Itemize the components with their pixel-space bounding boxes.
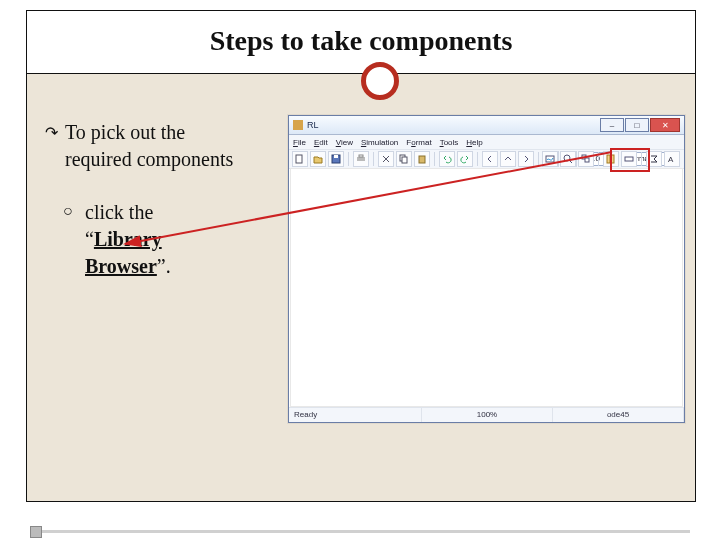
sub-library: Library [94, 228, 162, 250]
accent-ring-icon [361, 62, 399, 100]
menu-format[interactable]: Format [406, 138, 431, 147]
status-solver: ode45 [553, 408, 684, 422]
bullet-level2: ○ click the “Library Browser”. [45, 199, 265, 280]
menu-help[interactable]: Help [466, 138, 482, 147]
toolbar-paste-icon[interactable] [414, 151, 430, 167]
app-icon [293, 120, 303, 130]
bottom-scrubber [0, 522, 720, 540]
svg-rect-4 [359, 155, 363, 157]
canvas-area[interactable] [290, 168, 683, 407]
toolbar-scope-icon[interactable] [542, 151, 558, 167]
toolbar-save-icon[interactable] [328, 151, 344, 167]
circle-bullet-icon: ○ [63, 200, 73, 222]
toolbar-copy-icon[interactable] [396, 151, 412, 167]
title-band: Steps to take components [27, 11, 695, 74]
svg-rect-0 [296, 155, 302, 163]
app-title: RL [307, 120, 319, 130]
svg-rect-14 [611, 155, 614, 163]
toolbar-zoom-icon[interactable] [560, 151, 576, 167]
svg-rect-2 [334, 155, 338, 158]
menu-tools[interactable]: Tools [440, 138, 459, 147]
toolbar-print-icon[interactable] [353, 151, 369, 167]
toolbar-cut-icon[interactable] [378, 151, 394, 167]
sub-browser: Browser [85, 255, 157, 277]
sub-quote-open: “ [85, 228, 94, 250]
close-button[interactable]: ✕ [650, 118, 680, 132]
sub-quote-close: ”. [157, 255, 171, 277]
titlebar: RL – □ ✕ [289, 116, 684, 135]
bullet-level1: ↷ To pick out the required components [45, 119, 295, 173]
svg-text:A: A [668, 155, 674, 164]
toolbar-redo-icon[interactable] [457, 151, 473, 167]
menubar: File Edit View Simulation Format Tools H… [289, 135, 684, 150]
svg-rect-15 [625, 157, 633, 161]
page-title: Steps to take components [27, 11, 695, 71]
scrubber-thumb[interactable] [30, 526, 42, 538]
slide-inner: Steps to take components ↷ To pick out t… [26, 10, 696, 502]
toolbar-undo-icon[interactable] [439, 151, 455, 167]
toolbar-new-icon[interactable] [292, 151, 308, 167]
toolbar-up-icon[interactable] [500, 151, 516, 167]
status-zoom: 100% [422, 408, 553, 422]
toolbar-stack-icon[interactable] [578, 151, 594, 167]
svg-rect-6 [402, 157, 407, 163]
toolbar-fwd-icon[interactable] [518, 151, 534, 167]
toolbar-right-group: A [542, 152, 680, 166]
menu-edit[interactable]: Edit [314, 138, 328, 147]
library-browser-button[interactable] [603, 151, 619, 167]
svg-rect-7 [419, 156, 425, 163]
statusbar: Ready 100% ode45 [289, 407, 684, 422]
toolbar-model-icon[interactable] [621, 151, 637, 167]
toolbar-sigma-icon[interactable] [646, 151, 662, 167]
bullet1-line-a: To pick out the [65, 121, 185, 143]
menu-file[interactable]: File [293, 138, 306, 147]
toolbar-open-icon[interactable] [310, 151, 326, 167]
arrow-bullet-icon: ↷ [45, 122, 58, 144]
app-window: RL – □ ✕ File Edit View Simulation Forma… [288, 115, 685, 423]
bullet1-line-b: required components [65, 148, 233, 170]
svg-rect-12 [585, 158, 589, 162]
maximize-button[interactable]: □ [625, 118, 649, 132]
svg-rect-3 [357, 157, 365, 161]
menu-view[interactable]: View [336, 138, 353, 147]
toolbar-back-icon[interactable] [482, 151, 498, 167]
svg-rect-13 [607, 155, 610, 163]
toolbar-a-icon[interactable]: A [664, 151, 680, 167]
menu-simulation[interactable]: Simulation [361, 138, 398, 147]
sub-lead: click the [85, 201, 153, 223]
slide: Steps to take components ↷ To pick out t… [0, 0, 720, 540]
minimize-button[interactable]: – [600, 118, 624, 132]
status-ready: Ready [289, 408, 422, 422]
